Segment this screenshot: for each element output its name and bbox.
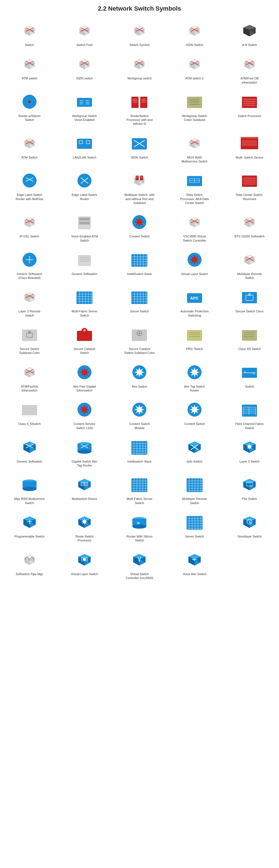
icon-pbx-switch2: [238, 473, 260, 496]
label-mgx8000-2: Mgx 8000 Multiservice Switch: [14, 497, 45, 505]
item-multilayer-remote: Multilayer Remote Switch: [223, 247, 276, 282]
item-workgroup-color: Workgroup Switch Color/ Subdued: [168, 89, 221, 128]
item-switch-simple: Switch: [223, 360, 276, 394]
item-secure-catalyst-subdued: Secure Catalyst Switch Subdued Color: [113, 322, 166, 357]
label-generic-softswitch: Generic Softswitch: [72, 272, 97, 276]
svg-rect-116: [242, 97, 257, 107]
icon-router-silicon2: Si: [128, 511, 151, 533]
item-atm-fast-gigabit: Atm Fast Gigabit Etherswitch: [58, 360, 111, 394]
icon-a-b-switch: [238, 20, 260, 42]
svg-point-152: [23, 174, 36, 188]
label-class45-switch: Class 4/5 Switch: [238, 347, 261, 351]
icon-switch-symbol: [128, 20, 151, 42]
svg-text:V: V: [193, 558, 196, 561]
item-ip-dsl-switch: IP DSL Switch: [3, 209, 56, 244]
item-simullayer: Si Simullayer Switch: [223, 509, 276, 544]
icon-content-switch2: [183, 399, 206, 421]
label-secure-subdued: Secure Switch Subdued Color: [14, 347, 45, 355]
icon-class4-5switch: [19, 399, 41, 421]
label-pbx-switch: PBX/ Switch: [186, 347, 203, 351]
item-virtual-switch-ctrl: Virtual Switch Controller (vsc3000): [113, 547, 166, 582]
label-layer3-switch: Layer 3 Switch: [240, 460, 259, 463]
icon-edge-label-router: [73, 169, 96, 192]
icon-switch: [19, 20, 41, 42]
label-virtual-switch-ctrl: Virtual Switch Controller (vsc3000): [124, 572, 155, 580]
icon-virtual-layer2: [73, 549, 96, 571]
icon-multilayer-remote: [238, 249, 260, 271]
label-lan2lan: LAN2LAN Switch: [73, 155, 96, 159]
item-datacenter-rev: Data Center Switch, Reversed: [223, 168, 276, 207]
svg-marker-314: [80, 367, 90, 377]
svg-marker-237: [189, 255, 199, 265]
label-isdn-switch3: ISDN Switch: [131, 155, 148, 159]
item-secure-switch-cisco: Secure Switch Cisco: [223, 284, 276, 319]
icon-voice-atm2: V: [183, 549, 206, 571]
icon-pbx-switch: [183, 323, 206, 346]
item-mgx8000-2: Mgx 8000 Multiservice Switch: [3, 472, 56, 506]
icon-multiswitch-device: [73, 473, 96, 496]
label-content-switch: Content Switch: [129, 234, 150, 238]
item-class45-switch: Class 4/5 Switch: [223, 322, 276, 357]
item-edge-label-netflow: Edge Label Switch Router with NetFlow: [3, 168, 56, 207]
icon-secure-catalyst-subdued: [128, 323, 151, 346]
label-atm-tag-router: Atm Tag Switch Router: [179, 384, 210, 393]
item-layer2-remote: Layer 2 Remote Switch: [3, 284, 56, 319]
item-generic-softswitch2: Generic Softswitch: [3, 434, 56, 469]
item-edge-label-router: Edge Label Switch Router: [58, 168, 111, 207]
svg-rect-195: [79, 218, 90, 221]
icon-router-silicon: [19, 91, 41, 113]
item-generic-softswitch: Generic Softswitch: [58, 247, 111, 282]
item-atm-switch4: Atm Switch: [113, 360, 166, 394]
label-fibre-channel: Fibre Channel Fabric Switch: [234, 422, 265, 430]
svg-rect-111: [187, 97, 202, 107]
item-multi-fabric-server: Multi-Fabric Server Switch: [58, 284, 111, 319]
label-generic-softswitch2: Generic Softswitch: [17, 460, 42, 463]
label-ip-dsl-switch: IP DSL Switch: [20, 234, 39, 238]
svg-marker-329: [135, 405, 144, 415]
svg-text:Si: Si: [249, 521, 251, 524]
label-route-switch-proc: Route/Switch Processor with and without …: [124, 114, 155, 126]
label-datacenter-rev: Data Center Switch, Reversed: [234, 193, 265, 201]
svg-rect-332: [242, 405, 257, 416]
icon-bts10200: [238, 211, 260, 233]
svg-rect-299: [242, 330, 257, 341]
item-route-switch-proc2: Route Switch Processor: [58, 509, 111, 544]
icon-content-switch: [128, 211, 151, 233]
label-simullayer: Simullayer Switch: [238, 534, 262, 538]
item-multilayer-text: Multilayer Switch, with and without Text…: [113, 168, 166, 207]
item-multi-fabric-server2: Multi-Fabric Server Switch: [113, 472, 166, 506]
item-programmable: Programmable Switch: [3, 509, 56, 544]
label-edge-label-netflow: Edge Label Switch Router with NetFlow: [14, 193, 45, 201]
svg-marker-431: [82, 519, 88, 525]
icon-intelliswitch: [128, 249, 151, 271]
svg-point-383: [23, 487, 36, 491]
item-secure-subdued: Secure Switch Subdued Color: [3, 322, 56, 357]
label-voice-atm: Voice-Enabled ATM Switch: [69, 234, 100, 242]
item-secure-catalyst: Secure Catalyst Switch: [58, 322, 111, 357]
svg-rect-325: [22, 405, 37, 408]
item-multilayer-remote2: Multilayer Remote Switch: [168, 472, 221, 506]
icon-layer3-switch: [238, 436, 260, 458]
item-server-switch2: Server Switch: [168, 509, 221, 544]
icon-atm-switch4: [128, 361, 151, 383]
icon-simullayer: Si: [238, 511, 260, 533]
icon-generic-softswitch-cisco: [19, 249, 41, 271]
label-isdn-switch: ISDN Switch: [186, 43, 203, 47]
svg-point-95: [28, 101, 31, 103]
item-mgx8000: MGX 8000 Multiservice Switch: [168, 130, 221, 165]
item-intellistack: Intelliswitch Stack: [113, 434, 166, 469]
svg-rect-258: [76, 292, 92, 304]
svg-marker-316: [135, 367, 144, 377]
label-server-switch: Server Switch: [130, 309, 149, 313]
item-a-b-switch: A-B Switch: [223, 18, 276, 49]
item-bts10200: BTS 10200 Softswitch: [223, 209, 276, 244]
label-multi-switch: Multi- Switch Device: [236, 155, 264, 159]
label-auto-protection: Automatic Protection Switching: [179, 309, 210, 317]
svg-rect-167: [140, 176, 143, 180]
label-multiswitch-device: Multiswitch Device: [72, 497, 97, 501]
label-data-switch-proc: Data Switch Processor, AKA Data Center S…: [179, 193, 210, 205]
icon-virtual-switch-ctrl: [128, 549, 151, 571]
item-content-switch: Content Switch: [113, 209, 166, 244]
icon-auto-protection: APS: [183, 286, 206, 308]
label-softswitch-pgw: Softswitch Pgw Mgc: [16, 572, 43, 576]
